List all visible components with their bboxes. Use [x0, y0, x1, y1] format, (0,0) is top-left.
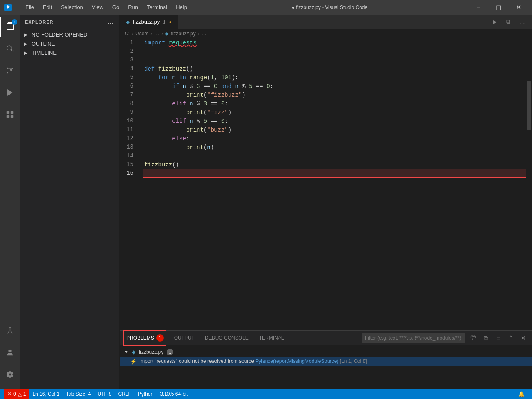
app-icon: ❖: [4, 4, 12, 11]
menu-go[interactable]: Go: [109, 3, 123, 11]
panel-tab-terminal[interactable]: TERMINAL: [257, 331, 286, 345]
kw-import: import: [144, 39, 165, 46]
line-num-12: 12: [120, 134, 138, 143]
activity-bar: 1: [0, 15, 20, 389]
collapse-icon[interactable]: ⧉: [481, 333, 490, 343]
scrollbar[interactable]: [526, 38, 532, 330]
breadcrumb-users[interactable]: Users: [135, 31, 148, 37]
status-language[interactable]: Python: [135, 389, 157, 399]
breadcrumb-file-icon: ◆: [165, 31, 169, 37]
chevron-up-icon[interactable]: ⌃: [506, 333, 515, 343]
sidebar-item-no-folder[interactable]: ▶ NO FOLDER OPENED: [20, 30, 119, 39]
breadcrumb-more[interactable]: …: [202, 31, 207, 37]
breadcrumb-file[interactable]: fizzbuzz.py: [171, 31, 195, 37]
source-control-icon[interactable]: [0, 61, 20, 81]
panel-tabs: PROBLEMS 1 OUTPUT DEBUG CONSOLE TERMINAL: [120, 331, 532, 345]
sidebar-sections: ▶ NO FOLDER OPENED ▶ OUTLINE ▶ TIMELINE: [20, 29, 119, 58]
editor-main: 1 2 3 4 5 6 7 8 9 10 11 12 13 14 15 16: [120, 38, 532, 389]
panel-actions: ⛱ ⧉ ≡ ⌃ ✕: [362, 333, 528, 343]
menu-view[interactable]: View: [89, 3, 107, 11]
problem-file-row[interactable]: ▼ ◆ fizzbuzz.py 1: [120, 348, 532, 357]
filter-icon[interactable]: ⛱: [469, 333, 478, 343]
menu-terminal[interactable]: Terminal: [143, 3, 170, 11]
line-num-16: 16: [120, 169, 138, 178]
error-icon: ✕: [7, 391, 12, 397]
close-panel-icon[interactable]: ✕: [519, 333, 528, 343]
status-encoding[interactable]: UTF-8: [94, 389, 115, 399]
editor-area: ◆ fizzbuzz.py 1 ● ▶ ⧉ … C: › Users › … ›…: [120, 15, 532, 389]
search-activity-icon[interactable]: [0, 39, 20, 59]
status-errors[interactable]: ✕ 0 △ 1: [4, 389, 29, 399]
menu-run[interactable]: Run: [125, 3, 141, 11]
menu-file[interactable]: File: [22, 3, 37, 11]
menu-help[interactable]: Help: [172, 3, 190, 11]
restore-button[interactable]: ◻: [489, 0, 508, 15]
language-label: Python: [138, 391, 153, 397]
window-title: ● fizzbuzz.py - Visual Studio Code: [199, 5, 461, 10]
tab-bar-actions: ▶ ⧉ …: [489, 16, 532, 27]
problem-item[interactable]: ⚡ Import "requests" could not be resolve…: [120, 357, 532, 366]
sidebar: Explorer … ▶ NO FOLDER OPENED ▶ OUTLINE …: [20, 15, 120, 389]
minimize-button[interactable]: −: [469, 0, 488, 15]
close-button[interactable]: ✕: [509, 0, 528, 15]
breadcrumb-drive[interactable]: C:: [125, 31, 130, 37]
version-label: 3.10.5 64-bit: [160, 391, 188, 397]
panel-tab-problems[interactable]: PROBLEMS 1: [124, 331, 166, 345]
line-num-1: 1: [120, 38, 138, 47]
code-line-14: [143, 152, 526, 160]
sidebar-more-icon[interactable]: …: [107, 18, 114, 26]
menu-edit[interactable]: Edit: [39, 3, 55, 11]
status-python-version[interactable]: 3.10.5 64-bit: [157, 389, 191, 399]
problem-message: Import "requests" could not be resolved …: [139, 358, 254, 364]
settings-icon[interactable]: [0, 365, 20, 384]
code-editor[interactable]: 1 2 3 4 5 6 7 8 9 10 11 12 13 14 15 16: [120, 38, 532, 330]
breadcrumb-sep: ›: [161, 31, 163, 37]
code-line-8: elif n % 3 == 0:: [143, 99, 526, 108]
code-line-16[interactable]: [143, 169, 526, 178]
run-debug-icon[interactable]: [0, 83, 20, 103]
testing-icon[interactable]: [0, 321, 20, 340]
terminal-label: TERMINAL: [259, 335, 284, 341]
explorer-icon[interactable]: 1: [0, 17, 20, 37]
sidebar-item-timeline[interactable]: ▶ TIMELINE: [20, 48, 119, 57]
scrollbar-thumb[interactable]: [527, 81, 531, 130]
editor-tab-fizzbuzz[interactable]: ◆ fizzbuzz.py 1 ●: [120, 15, 178, 29]
output-label: OUTPUT: [174, 335, 195, 341]
panel-tab-output[interactable]: OUTPUT: [172, 331, 197, 345]
panel-tab-debug-console[interactable]: DEBUG CONSOLE: [203, 331, 251, 345]
filter-input[interactable]: [362, 333, 466, 343]
code-line-6: if n % 3 == 0 and n % 5 == 0:: [143, 82, 526, 91]
status-tab-size[interactable]: Tab Size: 4: [63, 389, 94, 399]
split-editor-icon[interactable]: ⧉: [502, 16, 514, 27]
code-line-3: [143, 56, 526, 64]
svg-marker-3: [7, 89, 13, 96]
sidebar-item-label: TIMELINE: [32, 50, 57, 56]
code-line-7: print("fizzbuzz"): [143, 91, 526, 99]
debug-console-label: DEBUG CONSOLE: [205, 335, 249, 341]
sidebar-header: Explorer …: [20, 15, 119, 29]
modified-dot: ●: [169, 20, 171, 24]
code-content[interactable]: import requests def fizzbuzz(): for n in…: [143, 38, 526, 330]
status-bell-icon[interactable]: 🔔: [515, 389, 528, 399]
warning-count: 1: [23, 391, 26, 397]
svg-rect-5: [11, 111, 13, 114]
encoding-label: UTF-8: [97, 391, 111, 397]
svg-rect-7: [11, 115, 13, 118]
arrow-icon: ▶: [24, 51, 29, 55]
line-num-2: 2: [120, 47, 138, 56]
extensions-icon[interactable]: [0, 105, 20, 125]
status-line-ending[interactable]: CRLF: [115, 389, 134, 399]
bottom-panel: PROBLEMS 1 OUTPUT DEBUG CONSOLE TERMINAL: [120, 330, 532, 389]
tab-number: 1: [163, 20, 165, 24]
more-icon[interactable]: ≡: [494, 333, 503, 343]
breadcrumb-ellipsis[interactable]: …: [154, 31, 159, 37]
svg-point-2: [7, 68, 9, 69]
sidebar-item-outline[interactable]: ▶ OUTLINE: [20, 39, 119, 48]
run-button[interactable]: ▶: [489, 16, 500, 27]
menu-selection[interactable]: Selection: [57, 3, 86, 11]
more-actions-icon[interactable]: …: [516, 16, 528, 27]
account-icon[interactable]: [0, 343, 20, 362]
status-line-col[interactable]: Ln 16, Col 1: [29, 389, 63, 399]
code-line-4: def fizzbuzz():: [143, 64, 526, 73]
line-num-6: 6: [120, 82, 138, 91]
